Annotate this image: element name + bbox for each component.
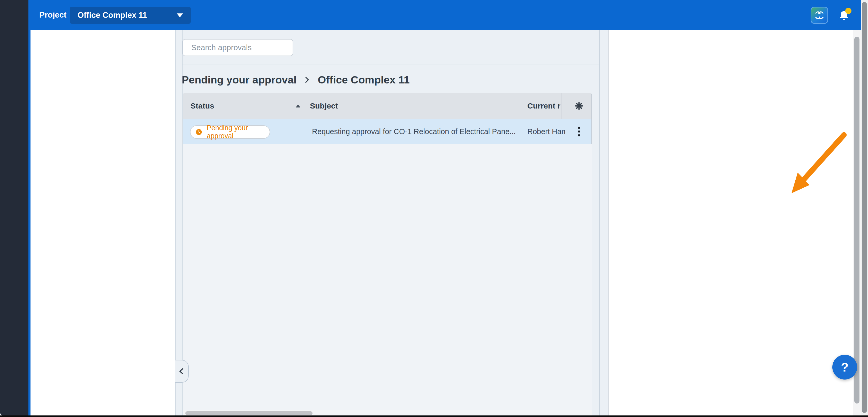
status-badge-label: Pending your approval	[207, 124, 270, 140]
breadcrumb: Pending your approval Office Complex 11	[182, 74, 410, 86]
ai-assistant-button[interactable]	[811, 7, 828, 24]
gear-icon	[574, 101, 584, 111]
help-button[interactable]: ?	[832, 355, 857, 380]
project-label: Project	[39, 0, 66, 30]
project-selector[interactable]: Office Complex 11	[70, 7, 191, 24]
table-header: Status Subject Current rev	[183, 93, 592, 119]
row-current-reviewer: Robert Ham	[527, 119, 565, 144]
help-button-label: ?	[841, 360, 848, 374]
app-root: Project Office Complex 11	[0, 0, 868, 417]
column-divider	[561, 93, 561, 119]
status-badge: Pending your approval	[190, 125, 270, 139]
top-bar: Project Office Complex 11	[0, 0, 868, 30]
window-scrollbar[interactable]	[861, 0, 868, 417]
chevron-right-icon	[303, 75, 311, 85]
sort-ascending-icon	[296, 104, 300, 107]
approval-table-row[interactable]: Pending your approval Requesting approva…	[183, 119, 592, 144]
breadcrumb-project: Office Complex 11	[318, 74, 409, 86]
column-header-status[interactable]: Status	[190, 93, 214, 119]
horizontal-scrollbar-thumb[interactable]	[185, 411, 312, 415]
primary-nav-rail	[0, 0, 28, 416]
clock-icon	[195, 128, 203, 136]
column-header-subject[interactable]: Subject	[310, 93, 338, 119]
window-bottom-edge	[0, 415, 868, 417]
kebab-menu-icon	[574, 125, 584, 138]
search-input[interactable]	[191, 43, 291, 52]
table-settings-button[interactable]	[570, 93, 588, 119]
project-selector-value: Office Complex 11	[78, 10, 177, 20]
window-scrollbar-thumb[interactable]	[862, 2, 867, 413]
main-scroll-edge	[599, 30, 600, 416]
table-empty-area	[183, 144, 592, 410]
rail-accent-stripe	[28, 30, 31, 416]
main-divider	[183, 65, 600, 65]
notifications-button[interactable]	[834, 7, 854, 24]
sidebar-collapse-button[interactable]	[175, 360, 189, 383]
row-subject: Requesting approval for CO-1 Relocation …	[312, 119, 516, 144]
approval-request-panel	[608, 30, 861, 416]
panel-scrollbar-thumb[interactable]	[854, 37, 860, 404]
breadcrumb-pending-your-approval[interactable]: Pending your approval	[182, 74, 297, 86]
row-menu-button[interactable]	[570, 119, 588, 144]
column-header-current-reviewer[interactable]: Current rev	[527, 93, 560, 119]
approvals-sidebar	[31, 30, 175, 416]
chevron-left-icon	[177, 367, 186, 376]
chevron-down-icon	[177, 13, 183, 17]
sidebar-gutter	[175, 30, 183, 416]
search-approvals-box	[183, 39, 293, 56]
butterfly-icon	[814, 9, 825, 21]
panel-scrollbar[interactable]	[853, 30, 861, 416]
notification-badge	[845, 8, 851, 14]
